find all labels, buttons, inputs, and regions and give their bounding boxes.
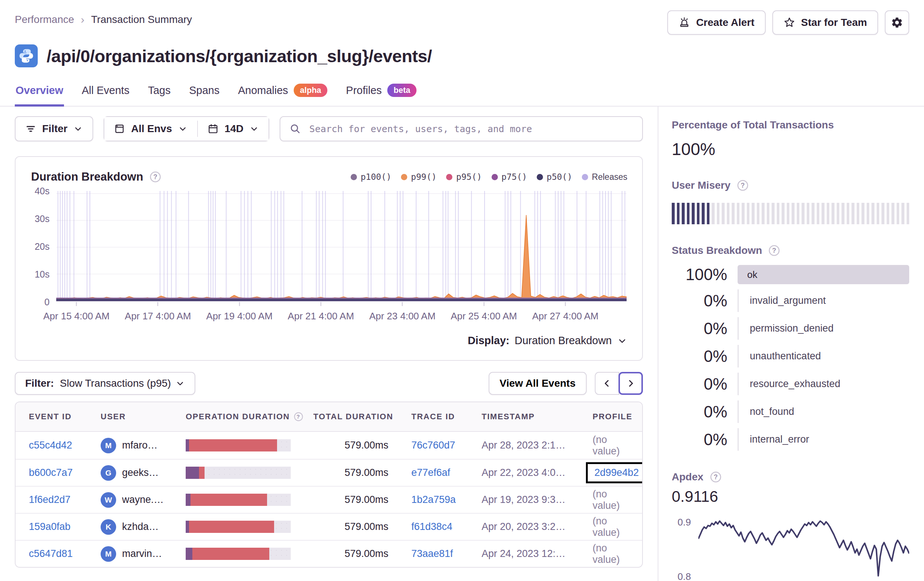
legend-item-Releases[interactable]: Releases <box>582 172 627 182</box>
view-all-events-button[interactable]: View All Events <box>488 372 587 395</box>
chart-legend: p100()p99()p95()p75()p50()Releases <box>351 172 627 182</box>
status-row-ok: 100%ok <box>672 265 909 284</box>
tab-overview[interactable]: Overview <box>15 81 64 107</box>
search-input[interactable] <box>309 123 633 135</box>
status-bar: resource_exhausted <box>738 372 909 395</box>
trace-id-link[interactable]: 1b2a759a <box>411 494 456 505</box>
status-bar: internal_error <box>738 428 909 451</box>
misery-tick <box>787 203 790 224</box>
legend-dot <box>446 174 452 180</box>
user-cell: Kkzhda… <box>101 519 186 535</box>
help-icon[interactable]: ? <box>768 244 780 257</box>
table-row: c5647d81Mmarvin…579.00ms73aae81fApr 24, … <box>15 540 642 567</box>
breadcrumb-transaction-summary: Transaction Summary <box>91 14 192 25</box>
trace-id-link[interactable]: 73aae81f <box>411 548 453 559</box>
trace-id-cell: 73aae81f <box>411 548 482 559</box>
event-id-cell: b600c7a7 <box>29 467 101 478</box>
status-percentage: 100% <box>672 265 727 284</box>
trace-id-link[interactable]: f61d38c4 <box>411 521 452 532</box>
column-header-operation-duration: Operation Duration? <box>186 412 313 422</box>
apdex-y-labels: 0.9 0.8 <box>672 511 693 581</box>
star-for-team-button[interactable]: Star for Team <box>772 10 878 35</box>
legend-item-p95[interactable]: p95() <box>446 172 482 182</box>
event-id-link[interactable]: c55c4d42 <box>29 440 72 451</box>
event-id-link[interactable]: 159a0fab <box>29 521 71 532</box>
help-icon[interactable]: ? <box>710 471 722 483</box>
misery-tick <box>822 203 825 224</box>
help-icon[interactable]: ? <box>293 412 304 422</box>
transactions-filter-dropdown[interactable]: Filter: Slow Transactions (p95) <box>15 372 195 395</box>
column-header-label: Trace ID <box>411 412 455 422</box>
column-header-trace-id: Trace ID <box>411 412 482 422</box>
misery-tick <box>762 203 765 224</box>
chevron-down-icon <box>178 124 188 134</box>
user-misery-score-bar[interactable] <box>672 203 909 224</box>
tab-profiles[interactable]: Profiles beta <box>345 81 417 107</box>
op-segment-http <box>189 521 274 533</box>
total-duration-cell: 579.00ms <box>313 467 411 478</box>
trace-id-link[interactable]: 76c760d7 <box>411 440 455 451</box>
tab-all-events[interactable]: All Events <box>81 81 130 107</box>
legend-item-p100[interactable]: p100() <box>351 172 391 182</box>
status-label: unauthenticated <box>738 345 909 367</box>
env-date-group: All Envs 14D <box>104 116 269 141</box>
next-page-button[interactable] <box>619 372 643 395</box>
op-segment-http <box>199 467 205 479</box>
legend-item-p99[interactable]: p99() <box>401 172 436 182</box>
header-actions: Create Alert Star for Team <box>667 10 909 35</box>
trace-id-link[interactable]: e77ef6af <box>411 467 450 478</box>
operation-duration-bar <box>186 548 291 560</box>
chart-plot-area[interactable] <box>56 191 627 302</box>
settings-button[interactable] <box>885 10 909 35</box>
tab-spans[interactable]: Spans <box>188 81 220 107</box>
help-icon[interactable]: ? <box>149 170 162 183</box>
chart-title: Duration Breakdown ? <box>31 170 162 184</box>
filter-dropdown[interactable]: Filter <box>15 116 93 141</box>
status-bar: invalid_argument <box>738 290 909 312</box>
column-header-profile: Profile <box>592 412 632 422</box>
display-dropdown[interactable]: Duration Breakdown <box>515 334 612 347</box>
create-alert-button[interactable]: Create Alert <box>667 10 766 35</box>
legend-item-p75[interactable]: p75() <box>492 172 527 182</box>
operation-duration-cell <box>186 494 313 506</box>
total-duration-cell: 579.00ms <box>313 494 411 505</box>
legend-item-p50[interactable]: p50() <box>537 172 572 182</box>
misery-tick <box>792 203 795 224</box>
timestamp-cell: Apr 20, 2023 3:2… <box>482 521 592 533</box>
date-range-dropdown[interactable]: 14D <box>198 117 269 141</box>
table-body: c55c4d42Mmfaro…579.00ms76c760d7Apr 28, 2… <box>15 432 642 567</box>
environment-dropdown[interactable]: All Envs <box>104 117 197 141</box>
siren-icon <box>678 17 690 28</box>
table-row: b600c7a7Ggeeks…579.00mse77ef6afApr 22, 2… <box>15 459 642 486</box>
x-axis-tick-label: Apr 25 4:00 AM <box>443 302 525 322</box>
previous-page-button[interactable] <box>595 372 619 395</box>
y-axis-tick-label: 40s <box>35 186 50 197</box>
tab-anomalies[interactable]: Anomalies alpha <box>237 81 328 107</box>
column-header-label: User <box>101 412 126 422</box>
status-bar: not_found <box>738 401 909 423</box>
status-row-permission_denied: 0%permission_denied <box>672 317 909 340</box>
avatar: K <box>101 519 116 535</box>
event-id-link[interactable]: 1f6ed2d7 <box>29 494 71 505</box>
filter-bar: Filter All Envs <box>15 116 643 141</box>
misery-tick <box>767 203 770 224</box>
main-column: Filter All Envs <box>0 107 658 581</box>
x-axis-tick-label: Apr 17 4:00 AM <box>117 302 199 322</box>
misery-tick <box>707 203 710 224</box>
event-id-link[interactable]: b600c7a7 <box>29 467 73 478</box>
legend-dot <box>401 174 407 180</box>
status-percentage: 0% <box>672 375 727 393</box>
help-icon[interactable]: ? <box>736 179 749 192</box>
operation-duration-bar <box>186 439 291 452</box>
column-header-label: Operation Duration <box>186 412 290 422</box>
profile-no-value: (no value) <box>592 434 620 457</box>
operation-duration-cell <box>186 548 313 560</box>
legend-label: p100() <box>361 172 391 182</box>
profile-id-link[interactable]: 2d99e4b2 <box>594 467 639 478</box>
breadcrumb-performance[interactable]: Performance <box>15 14 74 25</box>
x-axis-tick-label: Apr 23 4:00 AM <box>362 302 443 322</box>
event-id-link[interactable]: c5647d81 <box>29 548 73 559</box>
status-label: not_found <box>738 401 909 423</box>
tab-tags[interactable]: Tags <box>147 81 171 107</box>
operation-duration-bar <box>186 521 291 533</box>
